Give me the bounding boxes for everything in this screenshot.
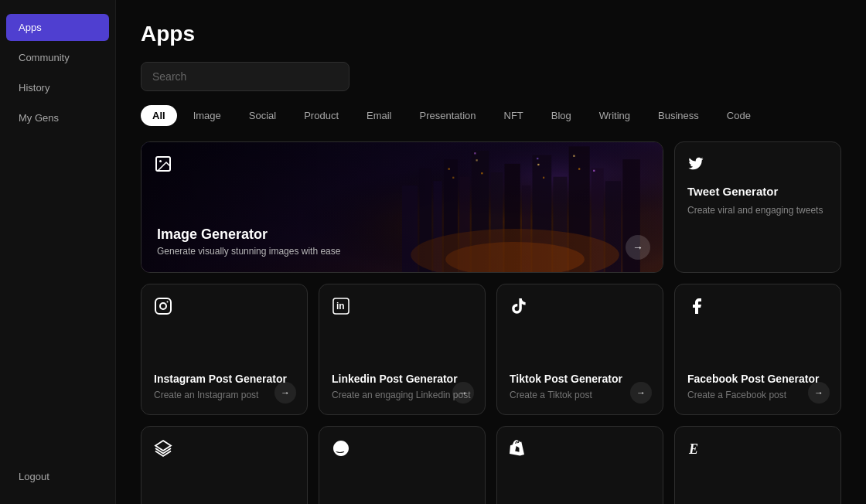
svg-point-35 — [167, 301, 169, 303]
svg-text:E: E — [688, 441, 698, 457]
shopify-product-card-info: Shopify Product Description Generator — [510, 462, 650, 504]
tiktok-generator-card[interactable]: Tiktok Post Generator Create a Tiktok po… — [496, 284, 663, 415]
page-title: Apps — [141, 22, 841, 46]
tiktok-icon — [510, 297, 650, 320]
amazon-product-generator-card[interactable]: a Amazon Product Description Generator — [319, 426, 486, 504]
etsy-product-card-info: Etsy Product Description Generator — [687, 462, 828, 504]
filter-tab-writing[interactable]: Writing — [588, 105, 642, 126]
svg-point-32 — [159, 160, 162, 162]
filter-tab-blog[interactable]: Blog — [540, 105, 583, 126]
facebook-card-info: Facebook Post Generator Create a Faceboo… — [687, 320, 828, 402]
sidebar-item-history[interactable]: History — [6, 74, 109, 101]
instagram-icon — [154, 297, 295, 320]
hero-card-arrow: → — [626, 235, 650, 260]
product-desc-card-info: Product Description Generator — [154, 462, 295, 504]
hero-card-description: Generate visually stunning images with e… — [157, 246, 340, 257]
svg-text:a: a — [338, 445, 341, 451]
apps-grid: Image Generator Generate visually stunni… — [141, 141, 841, 504]
etsy-icon: E — [687, 439, 828, 462]
facebook-generator-card[interactable]: Facebook Post Generator Create a Faceboo… — [674, 284, 841, 415]
svg-point-34 — [160, 303, 166, 309]
linkedin-card-info: Linkedin Post Generator Create an engagi… — [332, 320, 472, 402]
tweet-generator-card[interactable]: Tweet Generator Create viral and engagin… — [674, 141, 841, 273]
instagram-card-arrow: → — [274, 382, 296, 404]
image-generator-icon — [154, 155, 172, 178]
filter-tab-social[interactable]: Social — [237, 105, 288, 126]
filter-tabs: All Image Social Product Email Presentat… — [141, 105, 841, 126]
instagram-card-description: Create an Instagram post — [154, 389, 295, 402]
tiktok-card-arrow: → — [630, 382, 652, 404]
twitter-icon — [687, 155, 828, 176]
instagram-generator-card[interactable]: Instagram Post Generator Create an Insta… — [141, 284, 308, 415]
tweet-card-info: Tweet Generator Create viral and engagin… — [687, 184, 828, 216]
linkedin-generator-card[interactable]: in Linkedin Post Generator Create an eng… — [319, 284, 486, 415]
shopify-icon — [510, 439, 650, 462]
linkedin-card-title: Linkedin Post Generator — [332, 372, 472, 386]
main-content: Apps All Image Social Product Email Pres… — [116, 0, 866, 504]
instagram-card-title: Instagram Post Generator — [154, 372, 295, 386]
shopify-product-generator-card[interactable]: Shopify Product Description Generator — [496, 426, 663, 504]
linkedin-icon: in — [332, 297, 472, 320]
hero-image-generator-card[interactable]: Image Generator Generate visually stunni… — [141, 141, 663, 273]
filter-tab-product[interactable]: Product — [292, 105, 350, 126]
linkedin-card-description: Create an engaging Linkedin post — [332, 389, 472, 402]
tweet-card-title: Tweet Generator — [687, 184, 828, 199]
layers-icon — [154, 439, 295, 462]
tiktok-card-description: Create a Tiktok post — [510, 389, 650, 402]
filter-tab-nft[interactable]: NFT — [493, 105, 535, 126]
instagram-card-info: Instagram Post Generator Create an Insta… — [154, 320, 295, 402]
sidebar-item-my-gens[interactable]: My Gens — [6, 104, 109, 131]
filter-tab-business[interactable]: Business — [646, 105, 711, 126]
amazon-product-card-info: Amazon Product Description Generator — [332, 462, 472, 504]
filter-tab-image[interactable]: Image — [182, 105, 233, 126]
sidebar-item-logout[interactable]: Logout — [6, 463, 109, 490]
tweet-card-description: Create viral and engaging tweets — [687, 204, 828, 217]
svg-rect-33 — [155, 298, 171, 314]
linkedin-card-arrow: → — [452, 382, 474, 404]
facebook-card-title: Facebook Post Generator — [687, 372, 828, 386]
facebook-icon — [687, 297, 828, 320]
tiktok-card-title: Tiktok Post Generator — [510, 372, 650, 386]
sidebar-item-community[interactable]: Community — [6, 44, 109, 71]
filter-tab-email[interactable]: Email — [355, 105, 404, 126]
hero-card-title: Image Generator — [157, 226, 340, 243]
hero-card-content: Image Generator Generate visually stunni… — [157, 226, 340, 257]
filter-tab-all[interactable]: All — [141, 105, 177, 126]
search-input[interactable] — [141, 62, 349, 91]
facebook-card-arrow: → — [808, 382, 830, 404]
sidebar-item-apps[interactable]: Apps — [6, 14, 109, 41]
filter-tab-presentation[interactable]: Presentation — [408, 105, 488, 126]
svg-text:in: in — [336, 301, 345, 312]
amazon-icon: a — [332, 439, 472, 462]
etsy-product-generator-card[interactable]: E Etsy Product Description Generator — [674, 426, 841, 504]
sidebar: Apps Community History My Gens Logout — [0, 0, 116, 504]
filter-tab-code[interactable]: Code — [715, 105, 762, 126]
facebook-card-description: Create a Facebook post — [687, 389, 828, 402]
product-desc-generator-card[interactable]: Product Description Generator — [141, 426, 308, 504]
tiktok-card-info: Tiktok Post Generator Create a Tiktok po… — [510, 320, 650, 402]
